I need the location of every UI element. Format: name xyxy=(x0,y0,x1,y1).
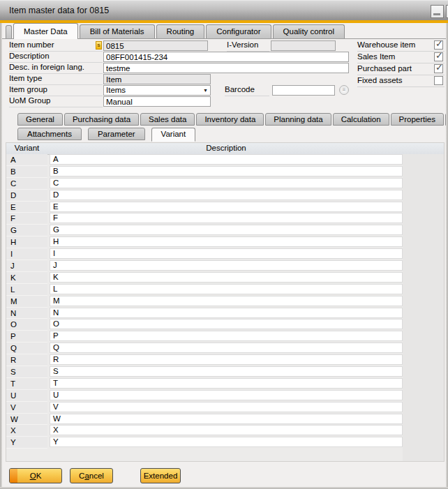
checkbox-warehouse-item[interactable]: ✓ xyxy=(434,40,443,50)
checkbox-purchased-part[interactable]: ✓ xyxy=(434,64,443,73)
variant-cell[interactable]: H xyxy=(6,236,47,248)
checkbox-fixed-assets[interactable] xyxy=(434,76,443,85)
description-cell[interactable]: L xyxy=(50,284,403,294)
i-version-label: I-Version xyxy=(227,40,269,52)
description-cell[interactable]: K xyxy=(50,272,403,283)
tab-purchasing-data[interactable]: Purchasing data xyxy=(64,113,139,126)
variant-cell[interactable]: B xyxy=(6,166,47,178)
variant-cell[interactable]: Y xyxy=(6,437,47,449)
variant-cell[interactable]: I xyxy=(6,248,47,260)
item-group-combo[interactable]: Items ▼ xyxy=(103,85,211,96)
description-cell[interactable]: P xyxy=(50,331,403,341)
variant-table: Variant Description A A B B C C D D E E … xyxy=(6,142,445,462)
description-cell[interactable]: T xyxy=(50,378,403,389)
variant-cell[interactable]: K xyxy=(6,272,47,284)
variant-cell[interactable]: U xyxy=(6,390,47,402)
checkbox-row: Warehouse item ✓ xyxy=(357,40,445,52)
table-row: W W xyxy=(6,414,403,426)
variant-cell[interactable]: S xyxy=(6,366,47,378)
item-master-data-window: Item master data for 0815 Master DataBil… xyxy=(0,0,448,489)
uom-group-field[interactable] xyxy=(103,96,211,107)
variant-cell[interactable]: C xyxy=(6,178,47,190)
variant-cell[interactable]: L xyxy=(6,284,47,296)
tab-variant[interactable]: Variant xyxy=(151,128,196,142)
tab-inventory-data[interactable]: Inventory data xyxy=(196,113,264,126)
ok-button[interactable]: OK xyxy=(9,468,62,483)
description-cell[interactable]: E xyxy=(50,202,403,212)
table-row: J J xyxy=(6,260,403,272)
description-cell[interactable]: X xyxy=(50,425,403,435)
tab-properties[interactable]: Properties xyxy=(391,113,444,126)
tab-attachments[interactable]: Attachments xyxy=(17,128,82,140)
checkbox-row: Sales Item ✓ xyxy=(357,52,445,63)
tab-configurator[interactable]: Configurator xyxy=(206,24,271,38)
item-number-field[interactable] xyxy=(103,40,208,51)
description-cell[interactable]: Y xyxy=(50,437,403,447)
variant-cell[interactable]: E xyxy=(6,202,47,213)
variant-cell[interactable]: D xyxy=(6,190,47,202)
table-row: S S xyxy=(6,366,403,378)
variant-cell[interactable]: F xyxy=(6,213,47,225)
minimize-button[interactable] xyxy=(431,5,444,18)
title-bar[interactable]: Item master data for 0815 xyxy=(0,0,448,20)
variant-cell[interactable]: A xyxy=(6,154,47,166)
description-cell[interactable]: M xyxy=(50,296,403,306)
choose-from-list-icon[interactable]: ≡ xyxy=(339,85,349,95)
variant-cell[interactable]: W xyxy=(6,414,47,426)
tab-sales-data[interactable]: Sales data xyxy=(140,113,195,126)
description-cell[interactable]: R xyxy=(50,354,403,365)
extended-button[interactable]: Extended xyxy=(140,468,181,483)
description-cell[interactable]: I xyxy=(50,248,403,259)
variant-cell[interactable]: G xyxy=(6,225,47,236)
variant-cell[interactable]: O xyxy=(6,319,47,331)
description-cell[interactable]: J xyxy=(50,260,403,271)
tab-label: General xyxy=(26,115,54,123)
i-version-field[interactable] xyxy=(271,40,336,51)
description-cell[interactable]: U xyxy=(50,390,403,400)
tab-routing[interactable]: Routing xyxy=(156,24,205,38)
description-cell[interactable]: O xyxy=(50,319,403,329)
item-type-field[interactable] xyxy=(103,74,211,84)
description-cell[interactable]: B xyxy=(50,166,403,176)
variant-cell[interactable]: X xyxy=(6,425,47,437)
foreign-desc-field[interactable] xyxy=(103,63,349,73)
description-cell[interactable]: G xyxy=(50,225,403,235)
table-row: T T xyxy=(6,378,403,390)
checkbox-sales-item[interactable]: ✓ xyxy=(434,52,443,61)
link-arrow-icon[interactable]: s xyxy=(96,41,102,50)
tab-general[interactable]: General xyxy=(17,113,63,126)
description-cell[interactable]: N xyxy=(50,308,403,318)
cancel-button[interactable]: Cancel xyxy=(70,468,113,483)
variant-cell[interactable]: N xyxy=(6,308,47,319)
description-cell[interactable]: C xyxy=(50,178,403,188)
description-cell[interactable]: V xyxy=(50,402,403,412)
tab-planning-data[interactable]: Planning data xyxy=(265,113,331,126)
variant-cell[interactable]: V xyxy=(6,402,47,414)
description-cell[interactable]: Q xyxy=(50,343,403,353)
description-cell[interactable]: W xyxy=(50,414,403,424)
table-row: F F xyxy=(6,213,403,225)
variant-cell[interactable]: J xyxy=(6,260,47,272)
variant-cell[interactable]: Q xyxy=(6,343,47,354)
description-cell[interactable]: D xyxy=(50,190,403,200)
window-frame-left xyxy=(0,23,2,489)
variant-cell[interactable]: T xyxy=(6,378,47,390)
table-row: V V xyxy=(6,402,403,414)
description-cell[interactable]: H xyxy=(50,236,403,247)
tab-master-data[interactable]: Master Data xyxy=(13,23,78,39)
description-cell[interactable]: F xyxy=(50,213,403,223)
barcode-field[interactable] xyxy=(272,85,335,96)
variant-cell[interactable]: P xyxy=(6,331,47,343)
tab-quality-control[interactable]: Quality control xyxy=(273,24,345,38)
tab-parameter[interactable]: Parameter xyxy=(88,128,145,140)
description-cell[interactable]: A xyxy=(50,154,403,165)
variant-cell[interactable]: M xyxy=(6,296,47,308)
uom-group-label: UoM Group xyxy=(9,96,103,107)
description-field[interactable] xyxy=(103,52,349,62)
description-cell[interactable]: S xyxy=(50,366,403,377)
main-tab-bar: Master DataBill of MaterialsRoutingConfi… xyxy=(0,23,448,39)
dropdown-arrow-icon: ▼ xyxy=(203,86,208,95)
tab-bill-of-materials[interactable]: Bill of Materials xyxy=(80,24,155,38)
variant-cell[interactable]: R xyxy=(6,354,47,366)
tab-calculation[interactable]: Calculation xyxy=(333,113,389,126)
